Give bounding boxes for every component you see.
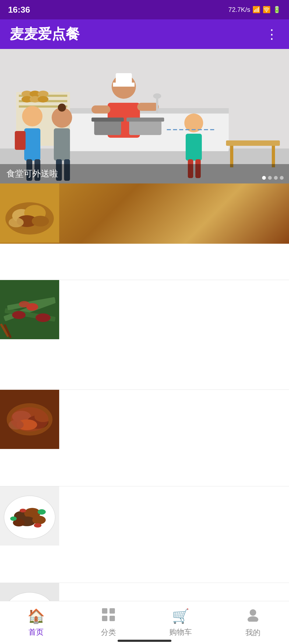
svg-point-68 [11, 407, 48, 431]
app-header: 麦麦爱点餐 ⋮ [0, 19, 289, 49]
food-item-1[interactable]: 【美食外卖】芋头烧菜 ¥20 [0, 183, 289, 280]
svg-point-74 [32, 516, 46, 524]
svg-rect-37 [186, 134, 202, 161]
svg-point-21 [153, 93, 161, 99]
svg-rect-40 [226, 140, 280, 146]
banner-dots [262, 176, 284, 180]
food-image-taro [0, 183, 289, 244]
svg-point-57 [36, 313, 51, 322]
profile-icon [246, 608, 260, 625]
category-icon [101, 608, 115, 625]
svg-point-105 [250, 609, 256, 616]
dot-4 [280, 176, 284, 180]
svg-point-76 [38, 509, 46, 515]
nav-item-category[interactable]: 分类 [72, 604, 145, 641]
nav-label-category: 分类 [101, 627, 116, 638]
app-title: 麦麦爱点餐 [10, 25, 80, 44]
svg-point-49 [32, 216, 49, 227]
svg-rect-101 [102, 608, 107, 614]
svg-rect-27 [24, 128, 40, 161]
dot-3 [274, 176, 278, 180]
svg-point-79 [20, 509, 26, 512]
home-indicator [118, 640, 171, 642]
food-item-4[interactable]: 【美食外卖】火爆羊肝 ¥24 [0, 486, 289, 583]
food-image-fish [0, 390, 289, 450]
more-options-icon[interactable]: ⋮ [265, 27, 279, 42]
svg-rect-19 [137, 103, 159, 111]
svg-point-78 [34, 523, 41, 528]
svg-point-55 [12, 311, 26, 319]
svg-rect-25 [126, 118, 164, 122]
svg-point-26 [22, 106, 43, 126]
nav-label-home: 首页 [29, 627, 44, 637]
svg-rect-15 [116, 73, 132, 84]
svg-rect-103 [102, 616, 107, 621]
home-icon: 🏠 [27, 608, 45, 624]
battery-icon: 🔋 [273, 6, 281, 13]
svg-rect-33 [54, 128, 70, 161]
bottom-nav: 🏠 首页 分类 🛒 购物车 我的 [0, 601, 289, 644]
svg-point-50 [9, 218, 24, 227]
status-icons: 72.7K/s 📶 🛜 🔋 [228, 6, 281, 13]
banner: 食堂可外送啦 [0, 49, 289, 183]
food-item-2[interactable]: 【美食外卖】荷兰豆炒腊肉 ¥28 [0, 280, 289, 390]
svg-rect-28 [15, 131, 26, 150]
food-item-3[interactable]: 【美食外卖】家常鱼块 ¥20 [0, 390, 289, 486]
svg-rect-102 [110, 608, 115, 614]
svg-rect-104 [110, 616, 115, 621]
svg-rect-16 [113, 83, 135, 87]
food-image-liver [0, 486, 289, 547]
svg-point-58 [19, 301, 30, 307]
svg-point-13 [38, 96, 48, 102]
svg-rect-18 [91, 105, 110, 114]
status-bar: 16:36 72.7K/s 📶 🛜 🔋 [0, 0, 289, 19]
svg-point-77 [10, 516, 17, 521]
nav-item-cart[interactable]: 🛒 购物车 [144, 604, 217, 641]
status-time: 16:36 [8, 5, 30, 15]
svg-point-106 [248, 616, 258, 622]
nav-label-cart: 购物车 [169, 627, 192, 637]
svg-rect-23 [91, 118, 124, 122]
wifi-icon: 🛜 [263, 6, 271, 13]
cart-icon: 🛒 [172, 608, 189, 624]
food-image-beans [0, 280, 289, 340]
signal-icon: 📶 [252, 6, 260, 13]
svg-point-32 [58, 104, 66, 112]
food-list: 【美食外卖】芋头烧菜 ¥20 【美食外卖】荷兰豆炒腊肉 ¥28 [0, 183, 289, 644]
dot-2 [268, 176, 272, 180]
nav-item-home[interactable]: 🏠 首页 [0, 604, 72, 641]
dot-1 [262, 176, 266, 180]
banner-caption: 食堂可外送啦 [0, 164, 289, 183]
speed-indicator: 72.7K/s [228, 6, 250, 13]
nav-label-profile: 我的 [245, 628, 260, 638]
banner-illustration [0, 49, 289, 183]
nav-item-profile[interactable]: 我的 [217, 604, 289, 642]
